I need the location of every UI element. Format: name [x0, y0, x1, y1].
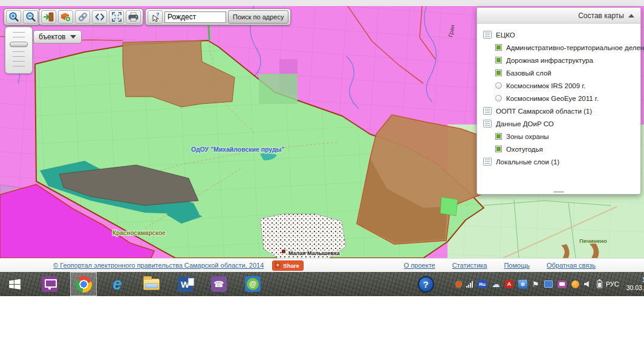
exit-door-icon [44, 11, 54, 22]
identify-button[interactable]: ? [148, 10, 163, 24]
layer-group-etsko[interactable]: ЕЦКО [477, 28, 640, 41]
map-label-pechineno: Печинено [579, 238, 607, 244]
plus-icon: + [275, 262, 281, 268]
cloud-icon[interactable]: ☁ [492, 279, 500, 289]
taskbar-app-help[interactable]: ? [412, 272, 439, 296]
footer-link-feedback[interactable]: Обратная связь [547, 262, 596, 269]
layer-label: Космоснимок GeoEye 2011 г. [506, 95, 599, 102]
browser-top-strip [0, 0, 644, 6]
layer-geoeye-2011[interactable]: Космоснимок GeoEye 2011 г. [477, 92, 640, 105]
taskbar-app-word[interactable]: W [172, 272, 198, 296]
link-button[interactable] [75, 10, 90, 24]
zoom-out-button[interactable] [23, 10, 38, 24]
taskbar-app-mailru-agent[interactable]: @ [239, 272, 266, 296]
taskbar-app-internet-explorer[interactable]: e [104, 272, 131, 296]
checkbox-checked-icon[interactable] [495, 146, 502, 152]
layer-group-oopt[interactable]: ООПТ Самарской области (1) [477, 105, 640, 117]
map-label-malaya-malyshevka: Малая Малышевка [288, 250, 340, 256]
volume-icon[interactable] [584, 280, 592, 288]
panel-resize-handle[interactable] [553, 191, 564, 193]
mailru-agent-icon: @ [245, 276, 261, 292]
layer-road-infrastructure[interactable]: Дорожная инфраструктура [477, 54, 640, 66]
zoom-in-button[interactable] [6, 10, 21, 24]
layer-group-local[interactable]: Локальные слои (1) [477, 155, 640, 168]
zoom-slider-handle[interactable] [10, 42, 28, 47]
layers-panel-header[interactable]: Состав карты [477, 8, 640, 24]
layer-group-icon [483, 107, 492, 115]
start-button[interactable] [1, 272, 28, 296]
address-search-input[interactable] [164, 11, 226, 23]
viber-phone-icon: ☎ [211, 276, 227, 292]
snowflake-icon[interactable]: ❄ [518, 280, 527, 289]
copyright-link[interactable]: © Геопортал электронного правительства С… [53, 262, 264, 269]
battery-icon[interactable] [597, 280, 602, 288]
layers-panel-title: Состав карты [578, 11, 624, 20]
at-sign-icon: @ [247, 278, 259, 290]
share-button[interactable]: + Share [272, 260, 303, 271]
zoom-slider-ticks [13, 32, 25, 68]
taskbar-clock[interactable]: 18:24 30.03.2015 [626, 276, 644, 292]
zoom-out-icon [25, 11, 36, 22]
taskbar-app-viber[interactable]: ☎ [206, 272, 232, 296]
code-button[interactable] [92, 10, 107, 24]
network-pc-icon[interactable] [544, 280, 553, 288]
layer-label: Базовый слой [506, 69, 551, 77]
checkbox-checked-icon[interactable] [495, 44, 502, 51]
link-icon [77, 11, 88, 22]
adobe-reader-icon[interactable]: A [505, 280, 513, 288]
layer-base-layer[interactable]: Базовый слой [477, 66, 640, 79]
layer-protection-zones[interactable]: Зоны охраны [477, 130, 640, 143]
checkbox-checked-icon[interactable] [495, 57, 502, 63]
taskbar-app-chrome[interactable] [70, 272, 97, 296]
layer-group-icon [483, 158, 492, 166]
objects-dropdown[interactable]: бъектов [33, 30, 82, 44]
map-region-green-dark-field [259, 74, 298, 104]
exit-button[interactable] [41, 10, 56, 24]
punto-switcher-icon[interactable]: Ru [478, 280, 487, 288]
action-center-flag-icon[interactable]: ⚑ [532, 280, 539, 289]
language-indicator[interactable]: РУС [606, 280, 619, 288]
file-explorer-icon [143, 279, 160, 290]
add-layer-button[interactable] [58, 10, 73, 24]
layer-label: Дорожная инфраструктура [506, 57, 593, 64]
layers-tree: ЕЦКО Административно-территориальное дел… [477, 24, 640, 168]
checkbox-checked-icon[interactable] [495, 69, 502, 76]
zoom-slider[interactable] [5, 27, 33, 74]
radio-unchecked-icon[interactable] [495, 82, 502, 89]
screen-share-icon [42, 276, 57, 292]
share-label: Share [283, 262, 299, 269]
clock-date: 30.03.2015 [626, 284, 644, 292]
layer-group-doir[interactable]: Данные ДОиР СО [477, 117, 640, 130]
toolbar-zoom-group [4, 8, 41, 25]
map-label-krasnosamarskoe: Красносамарское [112, 230, 166, 236]
taskbar-app-screen-share[interactable] [36, 272, 63, 296]
address-search-button[interactable]: Поиск по адресу [228, 10, 288, 24]
chevron-up-icon [628, 14, 634, 18]
layer-irs-2009[interactable]: Космоснимок IRS 2009 г. [477, 79, 640, 92]
footer-link-statistics[interactable]: Статистика [452, 262, 487, 269]
desktop-screen: ОдОУ "Михайловские пруды" Красносамарско… [0, 0, 644, 362]
checkbox-checked-icon[interactable] [495, 133, 502, 140]
layer-label: Зоны охраны [506, 133, 549, 140]
radio-unchecked-icon[interactable] [495, 95, 502, 102]
layer-hunting-grounds[interactable]: Охотугодья [477, 143, 640, 155]
add-layer-icon [60, 11, 71, 22]
layer-label: Данные ДОиР СО [496, 120, 554, 128]
fullscreen-icon [111, 11, 122, 22]
map-region-bright-green [440, 197, 458, 216]
layer-admin-division[interactable]: Административно-территориальное деление [477, 41, 640, 54]
fullscreen-button[interactable] [109, 10, 124, 24]
network-signal-icon[interactable] [466, 281, 473, 288]
chrome-icon [76, 276, 92, 293]
objects-dropdown-label: бъектов [39, 33, 65, 41]
messenger-icon[interactable] [558, 280, 567, 288]
layer-label: Охотугодья [506, 146, 543, 153]
footer-link-about[interactable]: О проекте [404, 262, 435, 269]
footer-link-help[interactable]: Помощь [504, 262, 530, 269]
layer-label: Административно-территориальное деление [506, 44, 644, 51]
taskbar-app-file-explorer[interactable] [138, 272, 164, 296]
map-village-marker [282, 250, 285, 253]
print-button[interactable] [126, 10, 141, 24]
recording-icon[interactable] [456, 282, 461, 287]
java-update-icon[interactable] [571, 280, 579, 288]
